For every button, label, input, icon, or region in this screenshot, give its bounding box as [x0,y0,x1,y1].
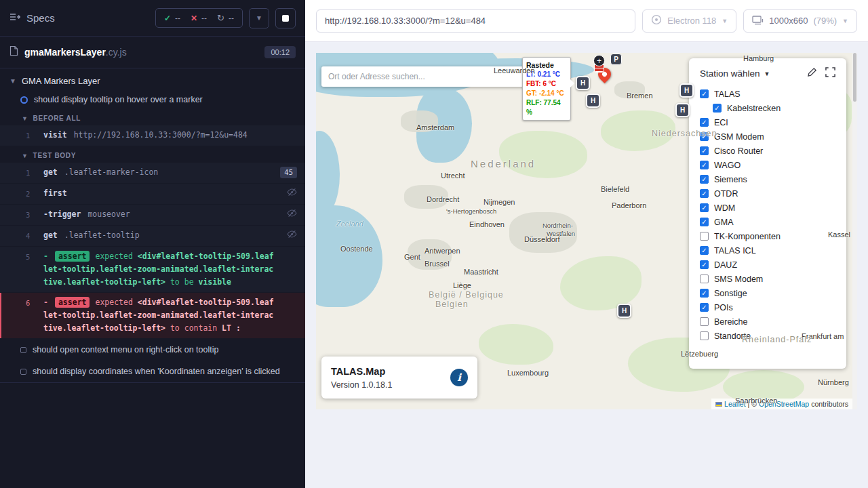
url-input[interactable] [316,9,635,33]
checkbox[interactable]: ✓ [700,189,709,198]
station-item[interactable]: ✓Cisco Router [700,144,835,158]
station-item[interactable]: ✓Sonstige [700,286,835,300]
station-marker[interactable]: H [617,304,631,318]
forest-shape [499,131,587,178]
pending-test-row[interactable]: should open context menu on right-click … [0,339,305,361]
chevron-down-icon[interactable]: ▼ [764,70,770,77]
checkbox[interactable]: ✓ [700,218,709,226]
station-item[interactable]: ✓TALAS [700,87,835,101]
before-all-header[interactable]: ▼ BEFORE ALL [0,109,305,125]
command-row[interactable]: 4get.leaflet-tooltip [0,226,305,246]
checkbox[interactable]: ✓ [700,246,709,255]
checkbox[interactable]: ✓ [700,289,709,298]
command-text: -assertexpected <div#leaflet-tooltip-509… [43,250,277,289]
checkbox[interactable]: ✓ [700,303,709,312]
browser-selector[interactable]: Electron 118 ▼ [642,9,736,33]
station-marker[interactable]: H [675,103,690,117]
add-marker-icon[interactable]: + [593,55,605,66]
specs-menu-button[interactable]: Specs [9,12,55,24]
app-scrollbar[interactable] [852,53,857,409]
station-item[interactable]: Standorte [700,329,835,343]
tooltip-values: LT: 0.21 °CFBT: 6 °CGT: -2.14 °CRLF: 77.… [526,70,567,117]
checkbox[interactable]: ✓ [700,146,709,155]
parking-marker[interactable]: P [610,54,622,65]
marker-tooltip[interactable]: Rastede LT: 0.21 °CFBT: 6 °CGT: -2.14 °C… [522,57,571,121]
collapse-button[interactable]: ▼ [249,8,269,28]
checkbox[interactable] [700,331,709,340]
map-label: Liège [453,281,471,289]
station-item[interactable]: ✓GSM Modem [700,129,835,144]
station-item[interactable]: ✓WDM [700,201,835,215]
viewport-selector[interactable]: 1000x660 (79%) ▼ [743,9,857,33]
command-row[interactable]: 5-assertexpected <div#leaflet-tooltip-50… [0,247,305,292]
forest-shape [479,324,553,365]
command-row[interactable]: 1get.leaflet-marker-icon45 [0,163,305,183]
spec-duration-badge: 00:12 [264,46,296,58]
station-label: POIs [714,303,733,312]
active-test-row[interactable]: should display tooltip on hover over a m… [0,91,305,109]
test-title: should open context menu on right-click … [33,345,218,354]
checkbox[interactable]: ✓ [713,104,722,113]
station-item[interactable]: ✓ECI [700,115,835,129]
checkbox[interactable]: ✓ [700,132,709,141]
station-select-label[interactable]: Station wählen [700,68,760,79]
station-marker[interactable]: H [679,83,694,98]
station-panel-header: Station wählen ▼ [700,67,835,80]
station-marker[interactable]: H [576,76,590,90]
station-label: Siemens [714,175,747,184]
stop-run-button[interactable] [275,8,296,28]
command-method: - [43,298,48,307]
cypress-reporter: Specs ✓-- ✕-- ↻-- ▼ gmaMarkersLayer.cy.j… [0,0,305,488]
map-search-input[interactable] [321,66,526,87]
station-item[interactable]: TK-Komponenten [700,229,835,243]
checkbox[interactable]: ✓ [700,175,709,184]
suite-title: GMA Markers Layer [22,76,100,86]
app-url-bar: Electron 118 ▼ 1000x660 (79%) ▼ [305,0,868,42]
info-icon[interactable]: i [450,369,468,386]
command-number: 2 [26,187,43,201]
station-item[interactable]: ✓POIs [700,300,835,314]
checkbox[interactable]: ✓ [700,118,709,127]
checkbox[interactable]: ✓ [700,89,709,98]
station-item[interactable]: ✓GMA [700,215,835,229]
station-item[interactable]: ✓OTDR [700,186,835,201]
section-label: BEFORE ALL [33,115,81,122]
station-item[interactable]: ✓WAGO [700,158,835,172]
checkbox[interactable]: ✓ [700,203,709,212]
station-checkbox-list: ✓TALAS✓Kabelstrecken✓ECI✓GSM Modem✓Cisco… [700,87,835,343]
station-item[interactable]: ✓Siemens [700,172,835,186]
scrollbar-thumb[interactable] [853,53,856,102]
map-canvas[interactable]: Rastede LT: 0.21 °CFBT: 6 °CGT: -2.14 °C… [316,53,857,409]
test-body-header[interactable]: ▼ TEST BODY [0,146,305,163]
pending-test-row[interactable]: should display coordinates when 'Koordin… [0,361,305,382]
command-row[interactable]: 2first [0,184,305,204]
map-label: Bielefeld [601,185,629,193]
checkbox[interactable] [700,232,709,241]
command-row[interactable]: 1visithttp://192.168.10.33:3000/?m=12&u=… [0,125,305,146]
osm-link[interactable]: OpenStreetMap [759,400,809,408]
edit-pencil-icon[interactable] [807,67,817,80]
delta-shape [316,205,382,307]
command-number: 5 [26,250,43,289]
station-marker[interactable]: H [586,94,600,108]
command-row[interactable]: 6-assertexpected <div#leaflet-tooltip-50… [0,293,305,338]
command-number: 6 [26,296,43,335]
leaflet-link[interactable]: Leaflet [724,400,746,408]
station-item[interactable]: Bereiche [700,314,835,329]
station-item[interactable]: ✓Kabelstrecken [713,101,835,115]
station-item[interactable]: ✓TALAS ICL [700,243,835,258]
suite-row[interactable]: ▼ GMA Markers Layer [0,68,305,91]
station-item[interactable]: SMS Modem [700,272,835,286]
test-body-commands: 1get.leaflet-marker-icon452first3-trigge… [0,163,305,338]
checkbox[interactable]: ✓ [700,161,709,169]
station-label: WDM [714,203,735,213]
expand-icon[interactable] [825,67,835,80]
refresh-icon: ↻ [217,13,224,23]
command-row[interactable]: 3-triggermouseover [0,205,305,225]
checkbox[interactable]: ✓ [700,260,709,269]
urban-shape [509,212,577,253]
stat-pending: ↻-- [217,13,234,23]
station-item[interactable]: ✓DAUZ [700,258,835,272]
checkbox[interactable] [700,317,709,326]
checkbox[interactable] [700,274,709,283]
